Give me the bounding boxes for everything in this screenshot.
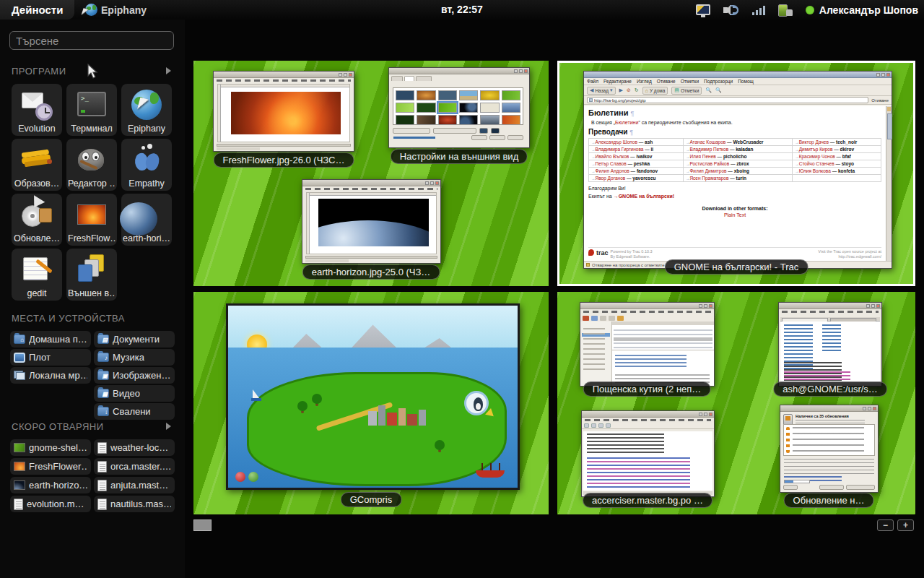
message-list[interactable] xyxy=(612,322,714,350)
plain-text-link[interactable]: Plain Text xyxy=(588,212,881,217)
place-pictures[interactable]: ▣Изображен… xyxy=(94,367,175,384)
app-earth-horizon[interactable]: earth-hori… xyxy=(121,194,172,246)
translator-link[interactable]: Филип Андонов xyxy=(596,168,629,173)
scrollbar[interactable] xyxy=(305,256,437,259)
team-link[interactable]: →GNOME на български! xyxy=(614,194,674,199)
menu-item[interactable]: Файл xyxy=(587,79,598,84)
translator-link[interactable]: Филип Димитров xyxy=(689,168,726,173)
wallpaper-thumbnail[interactable] xyxy=(480,103,499,113)
wallpaper-thumbnail[interactable] xyxy=(417,103,435,113)
app-freshflower[interactable]: FreshFlow… xyxy=(66,194,117,246)
translator-link[interactable]: Юлия Волкова xyxy=(799,168,831,173)
recent-earth-horizon[interactable]: earth-horizo… xyxy=(10,477,91,493)
app-menu[interactable]: Epiphany xyxy=(85,0,147,20)
forward-icon[interactable] xyxy=(609,316,615,321)
recent-nautilus[interactable]: nautilus.mas… xyxy=(94,496,175,512)
menu-item[interactable]: Отиване xyxy=(657,79,676,84)
wallpaper-thumbnail[interactable] xyxy=(502,103,520,113)
menu-item[interactable]: Редактиране xyxy=(603,79,632,84)
new-mail-icon[interactable] xyxy=(583,316,589,321)
clock[interactable]: вт, 22:57 xyxy=(441,0,483,20)
remove-workspace-button[interactable]: − xyxy=(877,519,894,531)
wallpaper-thumbnail[interactable] xyxy=(417,115,435,125)
wallpaper-thumbnail[interactable] xyxy=(459,115,478,125)
window-evolution-mail[interactable] xyxy=(580,302,715,387)
place-videos[interactable]: ▦Видео xyxy=(94,385,175,402)
go-button[interactable]: Отиване xyxy=(871,98,889,103)
wallpaper-thumbnail[interactable] xyxy=(502,90,520,100)
scrollbar[interactable] xyxy=(217,144,351,147)
place-home[interactable]: ⌂Домашна п… xyxy=(10,331,91,348)
translator-link[interactable]: Ростислав Райков xyxy=(689,161,729,166)
battery-icon[interactable] xyxy=(778,4,793,16)
programs-expand-icon[interactable] xyxy=(166,67,171,74)
window-freshflower[interactable] xyxy=(213,71,354,152)
workspace-1[interactable]: FreshFlower.jpg-26.0 (ЧЗС… xyxy=(193,61,549,286)
wallpaper-thumbnail[interactable] xyxy=(459,90,478,100)
volume-icon[interactable] xyxy=(723,4,739,16)
tab-strip[interactable] xyxy=(389,74,529,81)
wallpaper-thumbnail[interactable] xyxy=(438,90,457,100)
window-appearance[interactable] xyxy=(388,67,530,148)
get-more-backgrounds-link[interactable] xyxy=(393,137,435,139)
recent-freshflower[interactable]: FreshFlower… xyxy=(10,458,91,475)
translator-link[interactable]: Петър Славов xyxy=(596,161,627,166)
folder-tree[interactable] xyxy=(580,322,612,386)
wallpaper-thumbnail[interactable] xyxy=(459,103,478,113)
app-terminal[interactable]: Терминал xyxy=(66,84,117,136)
translator-link[interactable]: Александър Шопов xyxy=(596,139,637,144)
dialog-buttons[interactable] xyxy=(471,135,523,140)
menu-item[interactable]: Изглед xyxy=(637,79,652,84)
app-update[interactable]: Обновле… xyxy=(12,194,62,246)
recent-orca[interactable]: orca.master.… xyxy=(94,458,175,475)
window-trac-browser[interactable]: ФайлРедактиранеИзгледОтиванеОтметкиПодпр… xyxy=(583,71,892,269)
translator-link[interactable]: Ясен Праматаров xyxy=(689,176,728,181)
wallpaper-thumbnail[interactable] xyxy=(396,103,414,113)
wallpaper-thumbnail[interactable] xyxy=(438,115,457,125)
zoom-in-icon[interactable]: 🔍 xyxy=(705,87,712,93)
reply-icon[interactable] xyxy=(600,316,606,321)
translator-link[interactable]: Владимира Гиргинова xyxy=(596,147,644,152)
translator-link[interactable]: Димитър Киров xyxy=(799,147,833,152)
back-button[interactable]: ◀Назад▾ xyxy=(587,87,616,95)
window-gedit-po[interactable] xyxy=(581,410,715,497)
place-desktop[interactable]: Плот xyxy=(10,349,91,366)
page-scrollbar[interactable] xyxy=(886,106,892,261)
app-gimp[interactable]: Редактор … xyxy=(66,139,117,191)
wallpaper-thumbnail[interactable] xyxy=(396,115,414,125)
recent-evolution[interactable]: evolution.m… xyxy=(10,496,91,512)
translator-link[interactable]: Владимир Петков xyxy=(689,147,728,152)
zoom-out-icon[interactable]: 🔍 xyxy=(715,87,722,93)
recent-weather-loc[interactable]: weather-loc… xyxy=(94,439,175,456)
url-input[interactable]: http://fsa-bg.org/project/gtp xyxy=(587,97,868,103)
translator-link[interactable]: Красимир Чонов xyxy=(799,154,835,159)
workspace-4[interactable]: Пощенска кутия (2 неп… ash@GNOME:/usr/s…… xyxy=(557,292,915,514)
app-appearance[interactable]: Външен в… xyxy=(66,249,117,301)
reload-icon[interactable]: ↻ xyxy=(635,87,639,93)
recent-expand-icon[interactable] xyxy=(166,423,171,430)
app-gcompris[interactable]: Образов… xyxy=(12,139,62,191)
app-epiphany[interactable]: Epiphany xyxy=(121,84,172,136)
gcompris-menu-icon[interactable] xyxy=(235,472,245,482)
workspace-indicator[interactable] xyxy=(193,519,212,531)
app-evolution[interactable]: Evolution xyxy=(12,84,62,136)
update-list[interactable] xyxy=(783,424,875,456)
window-earth-horizon[interactable] xyxy=(302,179,441,264)
workspace-3[interactable]: GCompris xyxy=(193,292,549,514)
workspace-2-active[interactable]: ФайлРедактиранеИзгледОтиванеОтметкиПодпр… xyxy=(557,61,915,286)
translator-link[interactable]: Атанас Кошаров xyxy=(689,139,725,144)
wallpaper-grid[interactable] xyxy=(393,87,523,125)
window-update-manager[interactable]: Налични са 35 обновления xyxy=(780,405,879,493)
forward-icon[interactable]: ▶ xyxy=(619,87,623,93)
window-terminal[interactable] xyxy=(778,302,882,387)
window-gcompris[interactable] xyxy=(226,303,520,490)
place-downloads[interactable]: ↓Свалени xyxy=(94,403,175,420)
search-input[interactable] xyxy=(9,31,174,50)
help-button[interactable] xyxy=(783,485,798,490)
style-controls[interactable] xyxy=(393,128,523,134)
stop-icon[interactable]: ⊘ xyxy=(627,87,631,93)
wallpaper-thumbnail[interactable] xyxy=(480,90,499,100)
translator-link[interactable]: Виктор Дачев xyxy=(799,139,829,144)
wallpaper-thumbnail[interactable] xyxy=(502,115,520,125)
print-icon[interactable] xyxy=(617,316,624,321)
